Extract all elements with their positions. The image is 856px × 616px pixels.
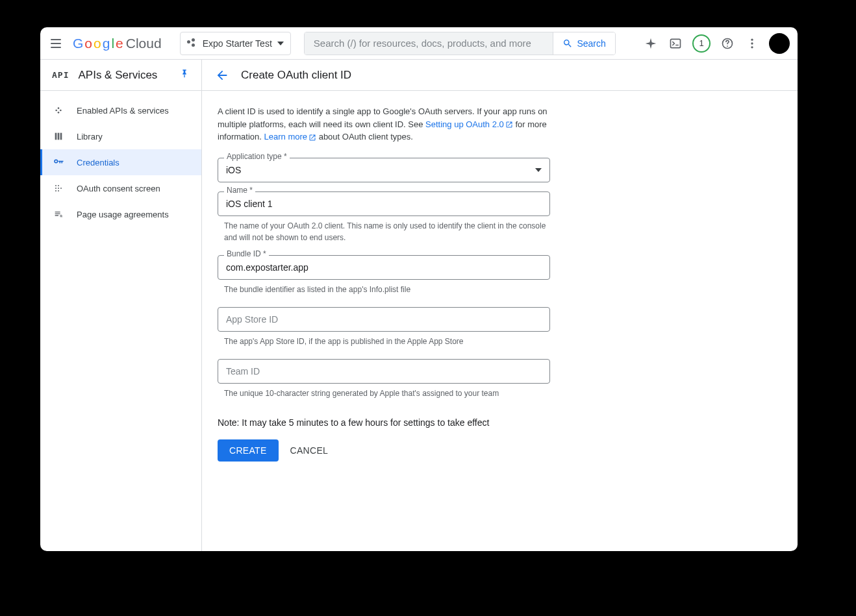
chevron-down-icon	[277, 42, 284, 45]
sidebar-item-page-usage[interactable]: Page usage agreements	[40, 201, 201, 227]
page-title: Create OAuth client ID	[241, 69, 351, 82]
search-icon	[562, 38, 573, 49]
svg-rect-10	[58, 133, 60, 140]
help-icon[interactable]	[720, 36, 735, 51]
bundle-input[interactable]	[218, 255, 550, 280]
svg-point-14	[55, 188, 57, 189]
create-button[interactable]: CREATE	[218, 439, 279, 462]
appstore-input[interactable]	[218, 307, 550, 332]
sidebar-item-label: OAuth consent screen	[77, 184, 160, 193]
agreements-icon	[52, 209, 65, 219]
svg-point-17	[55, 190, 57, 191]
app-type-label: Application type *	[224, 152, 290, 161]
sidebar-item-label: Credentials	[77, 158, 120, 167]
svg-point-8	[58, 112, 60, 114]
team-helper: The unique 10-character string generated…	[224, 388, 550, 399]
svg-point-2	[751, 38, 753, 40]
project-icon	[187, 38, 197, 49]
back-arrow[interactable]	[215, 68, 229, 82]
setting-up-oauth-link[interactable]: Setting up OAuth 2.0	[425, 119, 513, 129]
avatar[interactable]	[769, 33, 790, 54]
svg-point-15	[58, 188, 59, 189]
project-picker[interactable]: Expo Starter Test	[180, 32, 291, 55]
sidebar-item-label: Enabled APIs & services	[77, 106, 169, 116]
sidebar-item-label: Page usage agreements	[77, 210, 169, 219]
more-icon[interactable]	[744, 36, 760, 51]
search-button-label: Search	[577, 38, 605, 49]
search-bar: Search	[304, 32, 616, 55]
cloud-shell-icon[interactable]	[668, 36, 683, 51]
svg-rect-11	[60, 133, 62, 140]
gemini-icon[interactable]	[643, 36, 659, 51]
svg-point-13	[58, 185, 59, 186]
svg-point-6	[55, 110, 57, 112]
svg-point-16	[60, 188, 62, 189]
chevron-down-icon	[535, 168, 542, 172]
team-input[interactable]	[218, 359, 550, 384]
enabled-apis-icon	[52, 105, 65, 116]
svg-rect-0	[671, 39, 681, 47]
search-input[interactable]	[305, 32, 553, 55]
learn-more-link[interactable]: Learn more	[264, 132, 316, 142]
bundle-label: Bundle ID *	[224, 249, 269, 258]
svg-point-5	[58, 107, 60, 109]
svg-rect-9	[55, 133, 57, 140]
app-type-select[interactable]: iOS	[218, 158, 550, 182]
consent-icon	[52, 183, 65, 193]
name-input[interactable]	[218, 191, 550, 216]
sidebar-item-enabled-apis[interactable]: Enabled APIs & services	[40, 97, 201, 123]
sidebar-item-oauth-consent[interactable]: OAuth consent screen	[40, 175, 201, 201]
svg-point-7	[60, 110, 62, 112]
svg-point-3	[751, 42, 753, 44]
sidebar-item-credentials[interactable]: Credentials	[40, 149, 201, 175]
api-badge: API	[52, 70, 69, 80]
google-cloud-logo[interactable]: Google Cloud	[73, 36, 162, 51]
pin-icon[interactable]	[179, 69, 190, 81]
intro-text: A client ID is used to identify a single…	[218, 105, 550, 143]
note-text: Note: It may take 5 minutes to a few hou…	[218, 417, 550, 428]
name-helper: The name of your OAuth 2.0 client. This …	[224, 220, 550, 243]
svg-point-12	[55, 185, 57, 186]
hamburger-menu[interactable]	[48, 36, 64, 51]
app-type-value: iOS	[226, 165, 241, 175]
sidebar-item-library[interactable]: Library	[40, 123, 201, 149]
sidebar-title: APIs & Services	[78, 69, 170, 82]
svg-point-4	[751, 46, 753, 48]
name-label: Name *	[224, 186, 255, 195]
search-button[interactable]: Search	[553, 32, 614, 55]
appstore-helper: The app's App Store ID, if the app is pu…	[224, 336, 550, 347]
library-icon	[52, 131, 65, 142]
notifications-badge[interactable]: 1	[692, 34, 711, 53]
svg-point-18	[58, 190, 59, 191]
cancel-button[interactable]: CANCEL	[290, 445, 329, 456]
bundle-helper: The bundle identifier as listed in the a…	[224, 284, 550, 295]
project-name: Expo Starter Test	[203, 38, 272, 49]
sidebar-item-label: Library	[77, 132, 103, 142]
key-icon	[52, 156, 65, 168]
